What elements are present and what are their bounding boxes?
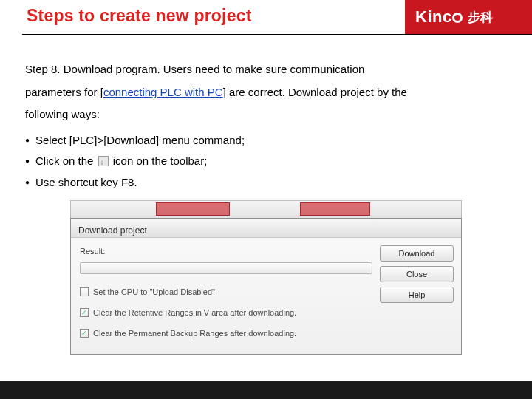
paragraph-line-3: following ways: [25,104,507,126]
b2-prefix: Click on the [35,154,93,167]
link-connecting-plc[interactable]: connecting PLC with PC [103,86,223,98]
download-toolbar-icon [98,156,109,166]
download-dialog: Download project Result: Set the CPU to … [70,218,462,355]
header-divider [22,34,532,35]
p2-prefix: parameters for [ [25,86,103,98]
download-button[interactable]: Download [380,245,454,262]
checkbox-label-2: Clear the Retentive Ranges in V area aft… [93,305,296,321]
close-button[interactable]: Close [380,266,454,282]
brand-cn-text: 步科 [468,9,493,26]
bullet-list: Select [PLC]>[Download] menu command; Cl… [25,130,507,194]
help-button[interactable]: Help [380,287,454,303]
checkbox-clear-retentive[interactable]: ✓ Clear the Retentive Ranges in V area a… [80,305,372,321]
checkbox-icon: ✓ [80,308,89,317]
result-label: Result: [80,244,372,259]
dialog-titlebar: Download project [71,219,461,238]
bullet-item-3: Use shortcut key F8. [25,172,507,194]
footer-bar [0,381,532,399]
red-highlight-2 [300,202,370,216]
checkbox-clear-backup[interactable]: ✓ Clear the Permanent Backup Ranges afte… [80,326,372,341]
brand-logo: Kinc 步科 [405,0,532,34]
checkbox-upload-disabled[interactable]: Set the CPU to "Upload Disabled". [80,284,372,300]
progress-bar [80,262,372,274]
page-title: Steps to create new project [27,6,252,26]
checkbox-icon: ✓ [80,329,89,338]
dialog-screenshot: Download project Result: Set the CPU to … [70,200,462,355]
checkbox-label-1: Set the CPU to "Upload Disabled". [93,284,217,300]
paragraph-line-1: Step 8. Download program. Users need to … [25,59,507,81]
p2-suffix: ] are correct. Download project by the [223,86,407,98]
paragraph-line-2: parameters for [connecting PLC with PC] … [25,82,507,103]
brand-text-left: Kinc [415,7,452,26]
bullet-item-1: Select [PLC]>[Download] menu command; [25,130,507,151]
red-highlight-1 [156,202,230,216]
checkbox-label-3: Clear the Permanent Backup Ranges after … [93,326,296,341]
b2-suffix: icon on the toolbar; [113,154,208,167]
slide-header: Steps to create new project Kinc 步科 [0,0,532,44]
checkbox-icon [80,287,89,296]
bullet-item-2: Click on the icon on the toolbar; [25,151,507,172]
slide-body: Step 8. Download program. Users need to … [0,44,532,355]
background-tabstrip [70,200,462,218]
brand-o-icon [452,13,463,23]
